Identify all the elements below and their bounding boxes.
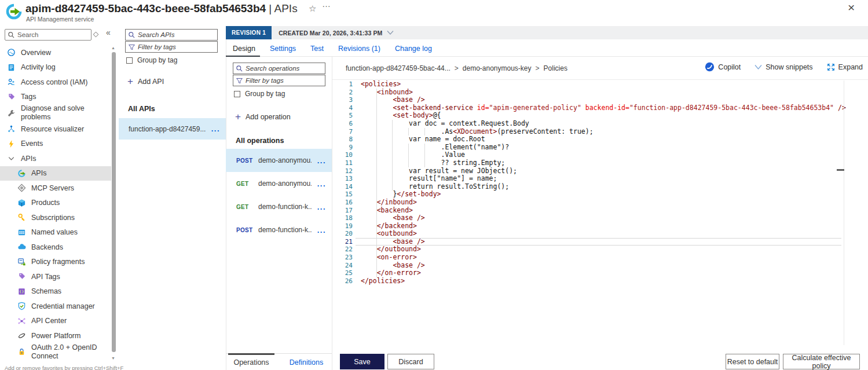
- code-line[interactable]: 20<outbound>: [339, 230, 862, 238]
- code-line[interactable]: 26</policies>: [339, 277, 862, 285]
- operation-row[interactable]: GETdemo-function-k......: [226, 195, 332, 218]
- sidebar-group-apis[interactable]: APIs: [0, 151, 111, 166]
- code-line[interactable]: 15 }</set-body>: [339, 191, 862, 199]
- tab-revisions-1[interactable]: Revisions (1): [338, 41, 380, 56]
- sidebar-item-mcp-servers[interactable]: MCP Servers: [0, 181, 111, 196]
- sidebar-item-products[interactable]: Products: [0, 196, 111, 211]
- code-line[interactable]: 13 result["name"] = name;: [339, 175, 862, 183]
- code-line[interactable]: 1<policies>: [339, 80, 862, 89]
- code-line[interactable]: 18 <base />: [339, 214, 862, 222]
- sidebar-item-tags[interactable]: Tags: [0, 90, 111, 105]
- indent-guide: [361, 144, 377, 152]
- api-filter-input[interactable]: [138, 43, 215, 50]
- backends-icon: [17, 243, 26, 251]
- search-options-icon[interactable]: [93, 31, 99, 38]
- code-line[interactable]: 22</outbound>: [339, 246, 862, 254]
- sidebar-item-backends[interactable]: Backends: [0, 240, 111, 255]
- line-number: 15: [339, 191, 353, 199]
- revision-created-label: CREATED Mar 20, 2026, 3:41:33 PM: [279, 30, 382, 36]
- favorite-star-icon[interactable]: ☆: [309, 3, 316, 14]
- tab-definitions[interactable]: Definitions: [281, 354, 332, 367]
- code-line[interactable]: 14 return result.ToString();: [339, 183, 862, 191]
- sidebar-item-overview[interactable]: Overview: [0, 45, 111, 60]
- code-line[interactable]: 10 .Value: [339, 151, 862, 159]
- tab-design[interactable]: Design: [233, 41, 255, 56]
- sidebar-item-access-control-iam[interactable]: Access control (IAM): [0, 75, 111, 90]
- save-button[interactable]: Save: [340, 354, 384, 369]
- discard-button[interactable]: Discard: [387, 354, 434, 369]
- breadcrumb-item[interactable]: demo-anonymous-key: [463, 64, 532, 72]
- code-line[interactable]: 19</backend>: [339, 222, 862, 230]
- revision-dropdown-chevron-icon[interactable]: [387, 30, 394, 35]
- sidebar-scrollbar[interactable]: [112, 52, 116, 352]
- code-line[interactable]: 3 <base />: [339, 96, 862, 104]
- indent-guide: [361, 112, 377, 120]
- code-line[interactable]: 6 var doc = context.Request.Body: [339, 120, 862, 128]
- code-line[interactable]: 23<on-error>: [339, 254, 862, 262]
- api-item-more-icon[interactable]: ...: [211, 124, 220, 133]
- operations-search-input[interactable]: [246, 65, 323, 72]
- sidebar-item-schemas[interactable]: Schemas: [0, 284, 111, 299]
- group-by-tag-checkbox[interactable]: [126, 57, 133, 64]
- scroll-up-arrow-icon[interactable]: ▲: [111, 46, 115, 50]
- sidebar-item-label: Backends: [31, 243, 63, 251]
- policy-code-editor[interactable]: 1<policies>2<inbound>3 <base />4 <set-ba…: [332, 80, 862, 345]
- tab-settings[interactable]: Settings: [270, 41, 296, 56]
- scroll-down-arrow-icon[interactable]: ▼: [111, 356, 115, 360]
- sidebar-item-diagnose-and-solve-problems[interactable]: Diagnose and solve problems: [0, 104, 111, 122]
- operation-row[interactable]: POSTdemo-function-k......: [226, 218, 332, 241]
- code-line[interactable]: 4 <set-backend-service id="apim-generate…: [339, 104, 862, 112]
- sidebar-item-activity-log[interactable]: Activity log: [0, 60, 111, 75]
- code-line[interactable]: 17<backend>: [339, 207, 862, 215]
- code-line[interactable]: 12 var result = new JObject();: [339, 167, 862, 175]
- api-search-input[interactable]: [138, 31, 215, 38]
- code-line[interactable]: 24 <base />: [339, 262, 862, 270]
- sidebar-item-apis[interactable]: APIs: [0, 166, 111, 181]
- operation-row[interactable]: POSTdemo-anonymou......: [226, 149, 332, 172]
- code-line[interactable]: 9 .Element("name")?: [339, 144, 862, 152]
- tab-test[interactable]: Test: [310, 41, 324, 56]
- add-operation-button[interactable]: + Add operation: [235, 111, 291, 123]
- operation-more-icon[interactable]: ...: [317, 203, 326, 211]
- code-line[interactable]: 21 <base />: [339, 238, 862, 246]
- show-snippets-button[interactable]: Show snippets: [755, 63, 812, 71]
- breadcrumb-item[interactable]: function-app-d8427459-5bac-44...: [346, 64, 451, 72]
- sidebar-item-oauth-2-0-openid-connect[interactable]: OAuth 2.0 + OpenID Connect: [0, 343, 111, 361]
- operation-row[interactable]: GETdemo-anonymou......: [226, 172, 332, 195]
- expand-button[interactable]: Expand: [827, 63, 863, 71]
- group-by-tag-checkbox[interactable]: [234, 91, 240, 97]
- code-line[interactable]: 7 .As<XDocument>(preserveContent: true);: [339, 128, 862, 136]
- sidebar-item-named-values[interactable]: Named values: [0, 225, 111, 240]
- api-list-item[interactable]: function-app-d8427459... ...: [119, 118, 226, 140]
- breadcrumb-item[interactable]: Policies: [544, 64, 567, 72]
- sidebar-item-api-center[interactable]: API Center: [0, 314, 111, 329]
- tab-operations[interactable]: Operations: [226, 354, 277, 367]
- code-line[interactable]: 25</on-error>: [339, 269, 862, 277]
- sidebar-collapse-icon[interactable]: «: [106, 28, 111, 37]
- code-line[interactable]: 5 <set-body>@{: [339, 112, 862, 120]
- sidebar-item-api-tags[interactable]: API Tags: [0, 269, 111, 284]
- operation-more-icon[interactable]: ...: [317, 179, 326, 188]
- sidebar-item-events[interactable]: Events: [0, 137, 111, 152]
- operation-more-icon[interactable]: ...: [317, 226, 326, 235]
- reset-to-default-button[interactable]: Reset to default: [726, 354, 779, 369]
- code-line[interactable]: 16</inbound>: [339, 199, 862, 207]
- copilot-button[interactable]: Copilot: [705, 62, 741, 72]
- add-api-button[interactable]: + Add API: [127, 76, 164, 87]
- editor-scrollbar-mark[interactable]: [837, 169, 844, 171]
- code-line[interactable]: 11 ?? string.Empty;: [339, 159, 862, 167]
- sidebar-item-subscriptions[interactable]: Subscriptions: [0, 210, 111, 225]
- code-line[interactable]: 8 var name = doc.Root: [339, 135, 862, 144]
- sidebar-item-resource-visualizer[interactable]: Resource visualizer: [0, 122, 111, 137]
- operations-filter-input[interactable]: [246, 77, 323, 84]
- header-more-icon[interactable]: …: [322, 0, 331, 9]
- calculate-effective-policy-button[interactable]: Calculate effective policy: [783, 354, 860, 369]
- sidebar-item-policy-fragments[interactable]: Policy fragments: [0, 255, 111, 270]
- sidebar-search-input[interactable]: [17, 31, 89, 38]
- tab-change-log[interactable]: Change log: [395, 41, 432, 56]
- code-line[interactable]: 2<inbound>: [339, 89, 862, 97]
- close-icon[interactable]: ×: [848, 1, 855, 14]
- sidebar-item-power-platform[interactable]: Power Platform: [0, 328, 111, 343]
- sidebar-item-credential-manager[interactable]: Credential manager: [0, 299, 111, 314]
- operation-more-icon[interactable]: ...: [317, 156, 326, 165]
